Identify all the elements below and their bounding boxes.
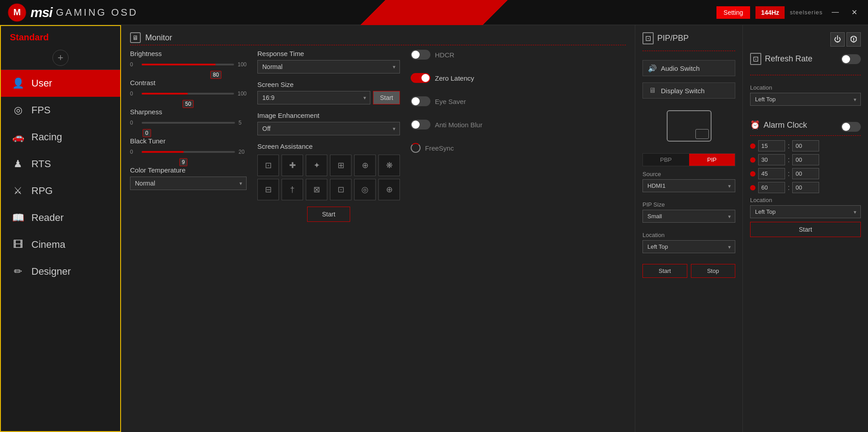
sidebar-item-rts-label: RTS [31, 158, 51, 170]
color-temp-select[interactable]: Normal Cool Warm [130, 177, 247, 190]
brightness-slider-row: 0 80 100 [130, 60, 247, 69]
contrast-value: 50 [182, 100, 194, 108]
assist-btn-8[interactable]: † [282, 179, 303, 200]
sidebar-item-user-label: User [31, 78, 52, 89]
power-on-button[interactable]: ⏻ [830, 32, 845, 47]
alarm-panel: ⏻ ⏼ ⊡ Refresh Rate Location Left Top Rig… [742, 25, 868, 432]
alarm-row-3: 45 : 00 [750, 168, 861, 179]
screen-size-start-button[interactable]: Start [373, 91, 400, 104]
add-profile-button[interactable]: + [52, 50, 69, 66]
sidebar-item-racing-label: Racing [31, 131, 62, 143]
sidebar-item-reader[interactable]: 📖 Reader [1, 204, 120, 231]
sliders-panel: Brightness 0 80 100 [130, 50, 247, 222]
setting-button[interactable]: Setting [716, 6, 751, 19]
screen-size-select-wrapper: 16:9 4:3 Auto [257, 91, 370, 104]
refresh-location-select[interactable]: Left Top Right Top Left Bottom Right Bot… [750, 93, 861, 106]
brightness-slider[interactable]: 80 [142, 60, 234, 69]
assist-btn-6[interactable]: ❋ [378, 155, 400, 176]
pip-stop-button[interactable]: Stop [691, 264, 736, 278]
hdcr-toggle[interactable] [411, 50, 430, 60]
pip-size-select[interactable]: Small Medium Large [642, 210, 735, 223]
sidebar-item-rts[interactable]: ♟ RTS [1, 151, 120, 177]
msi-dragon-icon: M [7, 3, 27, 22]
pbp-pip-tabs: PBP PIP [642, 153, 735, 166]
sidebar-item-rpg[interactable]: ⚔ RPG [1, 177, 120, 204]
alarm-min-4[interactable]: 00 [792, 182, 819, 193]
alarm-clock-toggle[interactable] [841, 122, 861, 132]
msi-brand-text: msi [30, 5, 52, 20]
alarm-hour-2[interactable]: 30 [758, 154, 785, 165]
alarm-hour-3[interactable]: 45 [758, 168, 785, 179]
sidebar-add-area: + [1, 46, 120, 70]
refresh-location-select-wrapper: Left Top Right Top Left Bottom Right Bot… [750, 93, 861, 106]
cinema-icon: 🎞 [12, 238, 24, 251]
pip-preview [667, 110, 712, 142]
assist-btn-7[interactable]: ⊟ [257, 179, 279, 200]
refresh-rate-label: ⊡ Refresh Rate [750, 53, 812, 65]
pip-action-buttons: Start Stop [642, 264, 735, 278]
pip-location-group: Location Left Top Right Top Left Bottom … [642, 232, 735, 253]
assist-btn-1[interactable]: ⊡ [257, 155, 279, 176]
alarm-min-3[interactable]: 00 [792, 168, 819, 179]
brightness-group: Brightness 0 80 100 [130, 50, 247, 69]
alarm-min-1[interactable]: 00 [792, 140, 819, 151]
refresh-rate-toggle[interactable] [841, 54, 861, 64]
audio-switch-row[interactable]: 🔊 Audio Switch [642, 60, 735, 76]
screen-assistance-start-button[interactable]: Start [307, 207, 350, 222]
assist-btn-5[interactable]: ⊕ [354, 155, 376, 176]
pip-location-select[interactable]: Left Top Right Top Left Bottom Right Bot… [642, 240, 735, 253]
sidebar-item-designer[interactable]: ✏ Designer [1, 258, 120, 285]
contrast-slider[interactable]: 50 [142, 89, 234, 98]
sidebar-item-cinema[interactable]: 🎞 Cinema [1, 231, 120, 258]
alarm-min-2[interactable]: 00 [792, 154, 819, 165]
sidebar-item-racing[interactable]: 🚗 Racing [1, 124, 120, 151]
assist-btn-2[interactable]: ✚ [282, 155, 303, 176]
alarm-dot-2 [750, 157, 755, 163]
pip-pbp-title: ⊡ PIP/PBP [642, 32, 735, 44]
racing-icon: 🚗 [12, 131, 24, 143]
pbp-tab[interactable]: PBP [643, 154, 689, 166]
refresh-rate-section: ⊡ Refresh Rate [750, 53, 861, 65]
assist-btn-10[interactable]: ⊡ [330, 179, 352, 200]
display-switch-row[interactable]: 🖥 Display Switch [642, 82, 735, 99]
screen-assistance-label: Screen Assistance [257, 143, 400, 150]
alarm-start-button[interactable]: Start [750, 222, 861, 237]
alarm-clock-text: Alarm Clock [764, 121, 807, 130]
power-off-button[interactable]: ⏼ [846, 32, 861, 47]
zero-latency-toggle[interactable] [411, 73, 430, 83]
anti-motion-blur-toggle[interactable] [411, 120, 430, 130]
image-enhancement-label: Image Enhancement [257, 112, 400, 119]
assist-btn-3[interactable]: ✦ [306, 155, 327, 176]
assist-btn-9[interactable]: ⊠ [306, 179, 327, 200]
contrast-fill [142, 93, 188, 95]
screen-size-select[interactable]: 16:9 4:3 Auto [257, 91, 370, 104]
fps-icon: ◎ [12, 104, 24, 117]
pip-size-label: PIP Size [642, 201, 735, 208]
assist-btn-11[interactable]: ◎ [354, 179, 376, 200]
eye-saver-toggle[interactable] [411, 96, 430, 106]
pip-tab[interactable]: PIP [689, 154, 735, 166]
alarm-location-select[interactable]: Left Top Right Top Left Bottom Right Bot… [750, 205, 861, 218]
close-button[interactable]: ✕ [848, 6, 861, 18]
alarm-location-select-wrapper: Left Top Right Top Left Bottom Right Bot… [750, 205, 861, 218]
sidebar-header: Standard [1, 26, 120, 46]
minimize-button[interactable]: — [828, 6, 842, 18]
assist-btn-12[interactable]: ⊕ [378, 179, 400, 200]
contrast-track [142, 93, 234, 95]
assist-btn-4[interactable]: ⊞ [330, 155, 352, 176]
source-select[interactable]: HDMI1 HDMI2 DisplayPort [642, 179, 735, 192]
alarm-hour-4[interactable]: 60 [758, 182, 785, 193]
response-time-group: Response Time Normal Fast Fastest [257, 50, 400, 73]
alarm-clock-section: ⏰ Alarm Clock 15 : 00 [750, 120, 861, 237]
sidebar-item-fps[interactable]: ◎ FPS [1, 97, 120, 124]
alarm-hour-1[interactable]: 15 [758, 140, 785, 151]
image-enhancement-group: Image Enhancement Off Low Medium High St… [257, 112, 400, 135]
image-enhancement-select[interactable]: Off Low Medium High Strongest [257, 122, 400, 135]
pip-start-button[interactable]: Start [642, 264, 687, 278]
title-bar-right: Setting 144Hz steelseries — ✕ [716, 6, 861, 19]
sidebar-item-user[interactable]: 👤 User [1, 70, 120, 97]
alarm-divider [750, 135, 861, 136]
response-time-select[interactable]: Normal Fast Fastest [257, 60, 400, 73]
black-tuner-slider[interactable]: 9 [142, 147, 235, 156]
sharpness-slider[interactable]: 0 [142, 118, 235, 127]
